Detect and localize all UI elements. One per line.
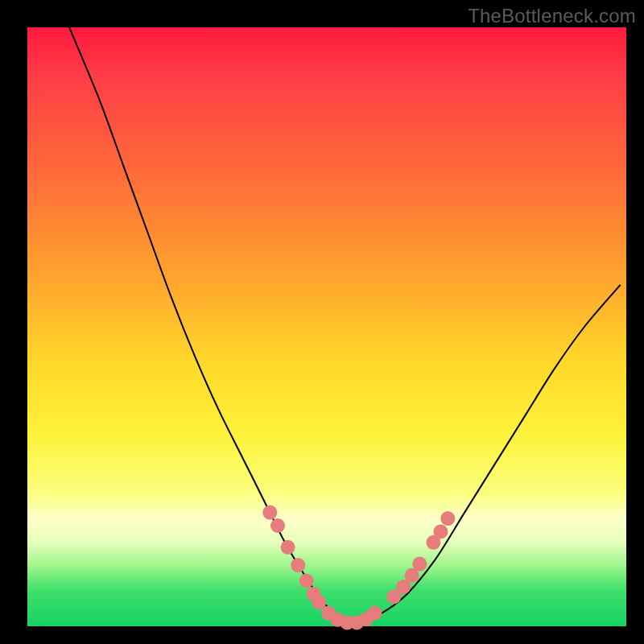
data-marker xyxy=(412,557,427,572)
chart-frame: TheBottleneck.com xyxy=(0,0,644,644)
data-marker xyxy=(433,524,448,539)
data-marker xyxy=(262,506,277,520)
bottleneck-curve-path xyxy=(69,27,621,623)
data-marker xyxy=(368,606,382,621)
data-marker xyxy=(312,595,326,609)
chart-plot-area xyxy=(27,27,626,626)
data-marker xyxy=(281,540,295,555)
data-marker xyxy=(440,511,455,526)
data-marker xyxy=(270,518,285,533)
marker-group xyxy=(262,506,455,630)
watermark-text: TheBottleneck.com xyxy=(468,5,636,27)
data-marker xyxy=(299,574,314,588)
data-marker xyxy=(291,558,305,572)
chart-svg xyxy=(27,27,626,626)
